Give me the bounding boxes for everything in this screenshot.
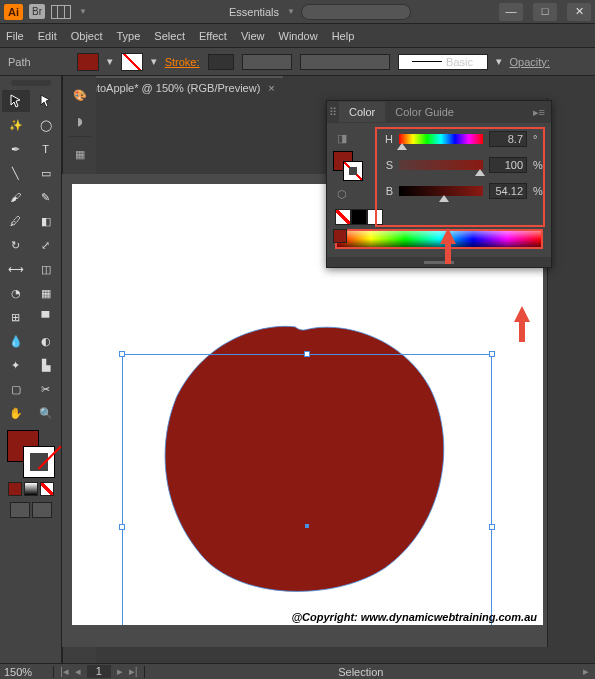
lasso-tool[interactable]: ◯ [32,114,60,136]
zoom-level[interactable]: 150% [0,666,54,678]
none-swatch[interactable] [335,209,351,225]
swatches-icon[interactable]: ▦ [69,143,91,165]
direct-selection-tool[interactable] [32,90,60,112]
shape-builder-tool[interactable]: ◔ [2,282,30,304]
saturation-value[interactable]: 100 [489,157,527,173]
artboard-tool[interactable]: ▢ [2,378,30,400]
menu-view[interactable]: View [241,30,265,42]
hand-tool[interactable]: ✋ [2,402,30,424]
opacity-label[interactable]: Opacity: [510,56,550,68]
panel-resize-grip[interactable] [327,257,551,267]
selection-handle[interactable] [119,351,125,357]
maximize-button[interactable]: □ [533,3,557,21]
artboard-number[interactable]: 1 [87,665,111,678]
color-panel-icon[interactable]: 🎨 [69,84,91,106]
variable-width-dropdown[interactable] [242,54,292,70]
selection-handle[interactable] [489,351,495,357]
eyedropper-tool[interactable]: 💧 [2,330,30,352]
line-tool[interactable]: ╲ [2,162,30,184]
stroke-swatch[interactable] [121,53,143,71]
fill-stroke-controls[interactable] [7,430,55,478]
white-swatch[interactable] [367,209,383,225]
selection-tool[interactable] [2,90,30,112]
normal-screen-mode[interactable] [10,502,30,518]
pencil-tool[interactable]: ✎ [32,186,60,208]
arrange-documents-icon[interactable] [51,5,71,19]
symbol-sprayer-tool[interactable]: ✦ [2,354,30,376]
center-point[interactable] [305,524,309,528]
current-color-swatch[interactable] [333,229,347,243]
stroke-label[interactable]: Stroke: [165,56,200,68]
close-button[interactable]: ✕ [567,3,591,21]
menu-select[interactable]: Select [154,30,185,42]
last-artboard-button[interactable]: ▸| [127,665,140,678]
next-artboard-button[interactable]: ▸ [115,665,125,678]
chevron-down-icon[interactable]: ▼ [287,7,295,16]
rotate-tool[interactable]: ↻ [2,234,30,256]
status-tool[interactable]: Selection [144,666,577,678]
hue-slider[interactable] [399,134,483,144]
fill-swatch[interactable] [77,53,99,71]
column-graph-tool[interactable]: ▙ [32,354,60,376]
mesh-tool[interactable]: ⊞ [2,306,30,328]
selection-handle[interactable] [489,524,495,530]
perspective-grid-tool[interactable]: ▦ [32,282,60,304]
stroke-style-dropdown[interactable]: Basic [398,54,488,70]
gradient-mode[interactable] [24,482,38,496]
chevron-down-icon[interactable]: ▼ [79,7,87,16]
blend-tool[interactable]: ◐ [32,330,60,352]
control-bar: Path ▾ ▾ Stroke: Basic▾ Opacity: [0,48,595,76]
full-screen-mode[interactable] [32,502,52,518]
saturation-slider[interactable] [399,160,483,170]
selection-handle[interactable] [119,524,125,530]
prev-artboard-button[interactable]: ◂ [73,665,83,678]
brightness-value[interactable]: 54.12 [489,183,527,199]
type-tool[interactable]: T [32,138,60,160]
status-chevron-icon[interactable]: ▸ [577,665,595,678]
menu-help[interactable]: Help [332,30,355,42]
brush-dropdown[interactable] [300,54,390,70]
brightness-slider[interactable] [399,186,483,196]
width-tool[interactable]: ⟷ [2,258,30,280]
selection-bounding-box[interactable] [122,354,492,625]
color-spectrum[interactable] [335,229,543,249]
panel-menu-icon[interactable]: ▸≡ [527,106,551,119]
paintbrush-tool[interactable]: 🖌 [2,186,30,208]
magic-wand-tool[interactable]: ✨ [2,114,30,136]
annotation-arrow [440,228,456,244]
color-mode[interactable] [8,482,22,496]
tab-color-guide[interactable]: Color Guide [385,102,464,122]
blob-brush-tool[interactable]: 🖊 [2,210,30,232]
tab-color[interactable]: Color [339,102,385,122]
minimize-button[interactable]: — [499,3,523,21]
annotation-arrow [514,306,530,322]
flyout-icon[interactable]: ◨ [333,129,351,147]
gradient-tool[interactable]: ▀ [32,306,60,328]
menu-type[interactable]: Type [117,30,141,42]
bridge-icon[interactable]: Br [29,4,45,19]
none-mode[interactable] [40,482,54,496]
zoom-tool[interactable]: 🔍 [32,402,60,424]
menu-effect[interactable]: Effect [199,30,227,42]
slice-tool[interactable]: ✂ [32,378,60,400]
search-input[interactable] [301,4,411,20]
panel-grip[interactable] [11,80,51,86]
menu-file[interactable]: File [6,30,24,42]
free-transform-tool[interactable]: ◫ [32,258,60,280]
pen-tool[interactable]: ✒ [2,138,30,160]
color-guide-icon[interactable]: ◗ [69,110,91,132]
panel-fill-stroke[interactable] [333,151,363,181]
workspace-switcher[interactable]: Essentials [229,6,279,18]
first-artboard-button[interactable]: |◂ [58,665,71,678]
hue-value[interactable]: 8.7 [489,131,527,147]
stroke-weight-input[interactable] [208,54,234,70]
eraser-tool[interactable]: ◧ [32,210,60,232]
selection-handle[interactable] [304,351,310,357]
menu-object[interactable]: Object [71,30,103,42]
panel-grip-icon[interactable]: ⠿ [327,106,339,119]
rectangle-tool[interactable]: ▭ [32,162,60,184]
menu-window[interactable]: Window [279,30,318,42]
menu-bar: File Edit Object Type Select Effect View… [0,24,595,48]
menu-edit[interactable]: Edit [38,30,57,42]
scale-tool[interactable]: ⤢ [32,234,60,256]
